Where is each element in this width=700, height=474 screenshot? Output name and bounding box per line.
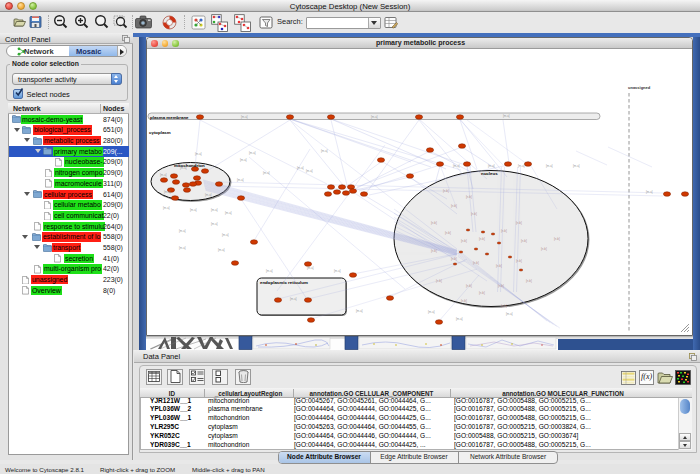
svg-text:[n-b]: [n-b] [443, 189, 449, 193]
svg-text:[m-a]: [m-a] [506, 312, 513, 316]
svg-text:[n-b]: [n-b] [473, 261, 479, 265]
svg-text:[n-b]: [n-b] [521, 239, 527, 243]
svg-text:[m-a]: [m-a] [290, 297, 297, 301]
svg-text:[m-a]: [m-a] [222, 233, 229, 237]
svg-text:[m-a]: [m-a] [190, 208, 197, 212]
svg-text:[m-a]: [m-a] [321, 149, 328, 153]
svg-text:[m-a]: [m-a] [163, 206, 170, 210]
svg-text:[m-a]: [m-a] [518, 164, 525, 168]
svg-text:[n-b]: [n-b] [554, 237, 560, 241]
svg-text:[m-a]: [m-a] [503, 114, 510, 118]
svg-text:[n-b]: [n-b] [479, 291, 485, 295]
svg-text:[n-b]: [n-b] [451, 257, 457, 261]
svg-text:[m-a]: [m-a] [266, 269, 273, 273]
svg-text:[n-b]: [n-b] [526, 279, 532, 283]
svg-text:mitochondrion: mitochondrion [174, 162, 205, 167]
svg-text:[m-a]: [m-a] [646, 190, 653, 194]
svg-text:[m-a]: [m-a] [211, 208, 218, 212]
svg-text:[n-b]: [n-b] [431, 249, 437, 253]
svg-text:[m-a]: [m-a] [240, 158, 247, 162]
svg-text:[n-b]: [n-b] [498, 284, 504, 288]
svg-text:[n-b]: [n-b] [466, 195, 472, 199]
svg-text:[m-a]: [m-a] [225, 211, 232, 215]
svg-text:[m-a]: [m-a] [488, 164, 495, 168]
svg-text:[m-a]: [m-a] [160, 173, 167, 177]
svg-text:[m-a]: [m-a] [573, 164, 580, 168]
svg-text:[n-b]: [n-b] [496, 264, 502, 268]
svg-text:[n-b]: [n-b] [451, 204, 457, 208]
svg-text:unassigned: unassigned [628, 84, 651, 89]
svg-text:[m-a]: [m-a] [241, 115, 248, 119]
svg-text:[n-b]: [n-b] [516, 221, 522, 225]
svg-text:[m-a]: [m-a] [546, 164, 553, 168]
svg-text:[m-a]: [m-a] [218, 248, 225, 252]
svg-text:[m-a]: [m-a] [179, 229, 186, 233]
svg-text:[m-a]: [m-a] [211, 222, 218, 226]
svg-text:[n-b]: [n-b] [461, 299, 467, 303]
svg-text:[n-b]: [n-b] [466, 284, 472, 288]
svg-text:[n-b]: [n-b] [541, 247, 547, 251]
svg-text:plasma membrane: plasma membrane [150, 115, 189, 120]
svg-text:[m-a]: [m-a] [263, 171, 270, 175]
svg-text:nucleus: nucleus [481, 171, 498, 176]
svg-text:[m-a]: [m-a] [205, 193, 212, 197]
svg-text:[n-b]: [n-b] [516, 259, 522, 263]
svg-text:[m-a]: [m-a] [453, 164, 460, 168]
svg-text:[m-a]: [m-a] [456, 317, 463, 321]
svg-text:[n-b]: [n-b] [501, 304, 507, 308]
svg-text:endoplasmic reticulum: endoplasmic reticulum [260, 279, 308, 284]
svg-text:[n-b]: [n-b] [461, 239, 467, 243]
svg-text:[m-a]: [m-a] [179, 246, 186, 250]
svg-text:[n-b]: [n-b] [471, 212, 477, 216]
svg-text:cytoplasm: cytoplasm [149, 130, 171, 135]
svg-text:[m-a]: [m-a] [334, 269, 341, 273]
svg-text:[m-a]: [m-a] [297, 166, 304, 170]
svg-text:[m-a]: [m-a] [307, 266, 314, 270]
svg-text:[m-a]: [m-a] [306, 169, 313, 173]
svg-text:[m-a]: [m-a] [249, 151, 256, 155]
svg-text:[m-a]: [m-a] [164, 190, 171, 194]
svg-text:[m-a]: [m-a] [356, 309, 363, 313]
svg-text:[n-b]: [n-b] [436, 279, 442, 283]
svg-text:[m-a]: [m-a] [195, 152, 202, 156]
svg-text:[m-a]: [m-a] [371, 115, 378, 119]
svg-text:[n-b]: [n-b] [479, 237, 485, 241]
svg-text:[m-a]: [m-a] [237, 178, 244, 182]
svg-text:[n-b]: [n-b] [445, 231, 451, 235]
svg-text:[m-a]: [m-a] [428, 310, 435, 314]
svg-text:[n-b]: [n-b] [501, 229, 507, 233]
svg-text:[n-b]: [n-b] [431, 221, 437, 225]
